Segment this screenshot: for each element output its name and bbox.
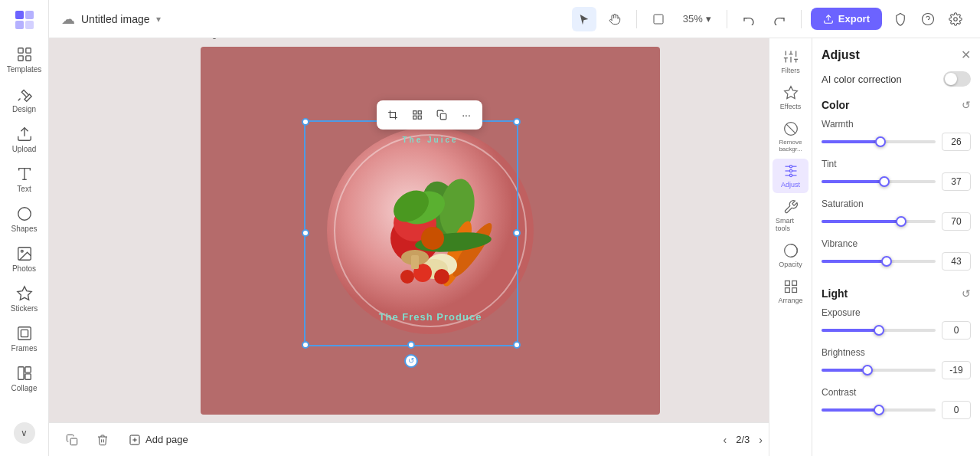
svg-line-63 xyxy=(786,124,795,133)
sidebar-item-photos[interactable]: Photos xyxy=(0,239,48,279)
undo-icon xyxy=(743,13,755,25)
warmth-track[interactable] xyxy=(822,140,936,143)
prev-page-button[interactable]: ‹ xyxy=(720,431,730,449)
saturation-slider-row: Saturation 70 xyxy=(822,198,971,231)
sidebar-item-photos-label: Photos xyxy=(12,264,36,273)
rail-item-smart-tools[interactable]: Smart tools xyxy=(773,195,808,237)
export-button[interactable]: Export xyxy=(811,8,882,30)
saturation-label: Saturation xyxy=(822,198,971,209)
help-icon xyxy=(921,12,935,26)
rail-item-adjust[interactable]: Adjust xyxy=(773,159,808,193)
exposure-control: 0 xyxy=(822,321,971,340)
light-reset-button[interactable]: ↺ xyxy=(962,287,971,300)
contrast-value[interactable]: 0 xyxy=(942,401,971,419)
more-button[interactable]: ··· xyxy=(455,103,478,126)
rail-item-opacity[interactable]: Opacity xyxy=(773,238,808,273)
contrast-track[interactable] xyxy=(822,408,936,412)
sidebar-item-design[interactable]: Design xyxy=(0,80,48,120)
crop-button[interactable] xyxy=(381,103,404,126)
app-logo[interactable] xyxy=(11,6,38,34)
page-grid-icon[interactable]: ⧉ xyxy=(637,38,645,41)
svg-rect-47 xyxy=(440,113,446,120)
ai-correction-toggle[interactable] xyxy=(943,71,971,87)
contrast-thumb xyxy=(874,405,884,415)
divider-2 xyxy=(727,10,727,28)
vibrance-value[interactable]: 43 xyxy=(942,252,971,271)
help-button[interactable] xyxy=(916,7,940,31)
add-page-icon xyxy=(129,434,141,446)
svg-point-38 xyxy=(400,270,414,284)
grid-button[interactable] xyxy=(406,103,429,126)
shield-button[interactable] xyxy=(888,7,913,31)
vibrance-track[interactable] xyxy=(822,260,936,263)
sidebar-item-templates[interactable]: Templates xyxy=(0,40,48,80)
arrange-label: Arrange xyxy=(778,297,802,304)
exposure-fill xyxy=(822,329,879,332)
rail-item-filters[interactable]: Filters xyxy=(773,44,808,79)
saturation-value[interactable]: 70 xyxy=(942,212,971,231)
tint-track[interactable] xyxy=(822,180,936,183)
tint-value[interactable]: 37 xyxy=(942,172,971,191)
copy-button[interactable] xyxy=(430,103,453,126)
right-tool-rail: Filters Effects Remove backgr... Adjust … xyxy=(769,38,812,456)
divider xyxy=(636,10,637,28)
warmth-control: 26 xyxy=(822,133,971,151)
pointer-tool-button[interactable] xyxy=(572,7,596,31)
orange-dot-handle[interactable] xyxy=(421,227,444,250)
exposure-label: Exposure xyxy=(822,307,971,318)
brightness-track[interactable] xyxy=(822,369,936,372)
duplicate-button[interactable] xyxy=(61,429,83,451)
hand-tool-button[interactable] xyxy=(603,7,627,31)
opacity-label: Opacity xyxy=(779,261,802,268)
brightness-value[interactable]: -19 xyxy=(942,361,971,379)
canvas-area[interactable]: Page 2 ⧉ ··· xyxy=(49,38,812,422)
exposure-value[interactable]: 0 xyxy=(942,321,971,340)
svg-rect-44 xyxy=(418,110,421,113)
bottom-bar: Add page ‹ 2/3 › xyxy=(49,422,812,456)
rail-item-remove-bg[interactable]: Remove backgr... xyxy=(773,116,808,157)
svg-rect-0 xyxy=(15,11,24,19)
color-section-header: Color ↺ xyxy=(822,99,971,111)
sidebar-item-collage[interactable]: Collage xyxy=(0,359,48,399)
sidebar-item-text[interactable]: Text xyxy=(0,159,48,199)
adjust-label: Adjust xyxy=(781,181,800,189)
text-icon xyxy=(16,166,33,182)
color-reset-button[interactable]: ↺ xyxy=(962,99,971,111)
frame-tool-button[interactable] xyxy=(646,10,671,28)
svg-rect-75 xyxy=(792,281,796,286)
top-right-icons xyxy=(888,7,968,31)
page-more-icon[interactable]: ··· xyxy=(651,38,660,41)
floating-toolbar: ··· xyxy=(377,100,482,130)
exposure-track[interactable] xyxy=(822,329,936,332)
page-options: ⧉ ··· xyxy=(637,38,660,41)
add-page-button[interactable]: Add page xyxy=(122,431,194,449)
rail-item-arrange[interactable]: Arrange xyxy=(773,274,808,309)
document-title: Untitled image xyxy=(81,13,150,25)
delete-button[interactable] xyxy=(92,429,113,451)
zoom-button[interactable]: 35% ▾ xyxy=(677,10,717,28)
svg-point-64 xyxy=(789,166,792,168)
document-menu-chevron[interactable]: ▾ xyxy=(156,14,161,25)
smart-tools-icon xyxy=(783,199,799,215)
svg-marker-61 xyxy=(784,87,797,99)
sidebar-item-frames[interactable]: Frames xyxy=(0,319,48,359)
next-page-button[interactable]: › xyxy=(756,431,766,449)
rail-item-effects[interactable]: Effects xyxy=(773,80,808,115)
vibrance-slider-row: Vibrance 43 xyxy=(822,238,971,271)
close-adjust-button[interactable]: ✕ xyxy=(961,48,971,62)
smart-tools-label: Smart tools xyxy=(776,217,805,232)
undo-button[interactable] xyxy=(737,7,761,31)
warmth-value[interactable]: 26 xyxy=(942,133,971,151)
sidebar-item-upload[interactable]: Upload xyxy=(0,120,48,159)
sidebar-expand-button[interactable]: ∨ xyxy=(14,422,35,444)
redo-button[interactable] xyxy=(767,7,792,31)
sidebar-item-stickers[interactable]: Stickers xyxy=(0,279,48,319)
hand-icon xyxy=(609,13,621,25)
settings-icon xyxy=(949,12,962,26)
settings-button[interactable] xyxy=(943,7,968,31)
sidebar-item-shapes[interactable]: Shapes xyxy=(0,199,48,239)
sidebar-item-templates-label: Templates xyxy=(7,65,42,74)
saturation-track[interactable] xyxy=(822,220,936,223)
color-section-title: Color xyxy=(822,99,850,111)
contrast-slider-row: Contrast 0 xyxy=(822,387,971,419)
